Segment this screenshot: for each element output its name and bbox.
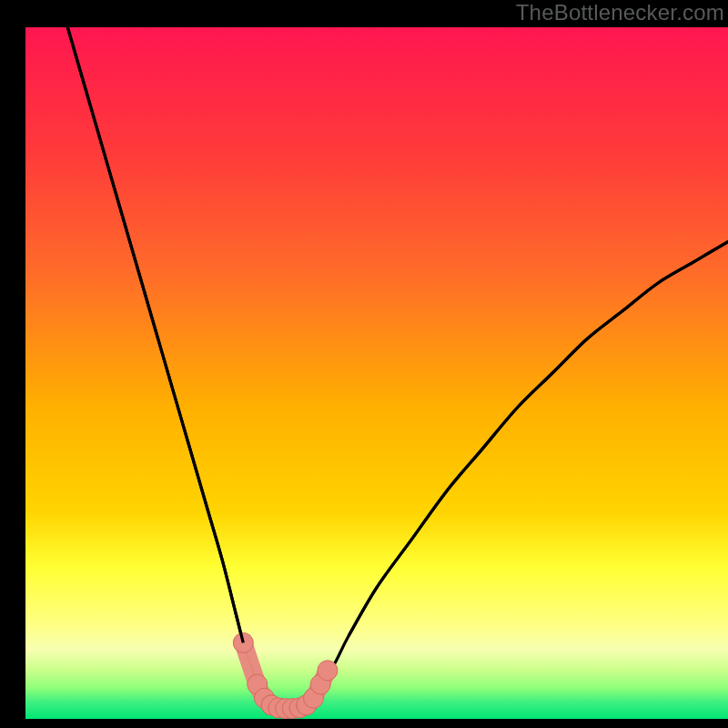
bottleneck-chart (0, 0, 728, 728)
chart-frame: TheBottlenecker.com (0, 0, 728, 728)
plot-background (25, 27, 728, 719)
watermark-label: TheBottlenecker.com (516, 0, 724, 25)
marker-right-bead (318, 661, 338, 681)
